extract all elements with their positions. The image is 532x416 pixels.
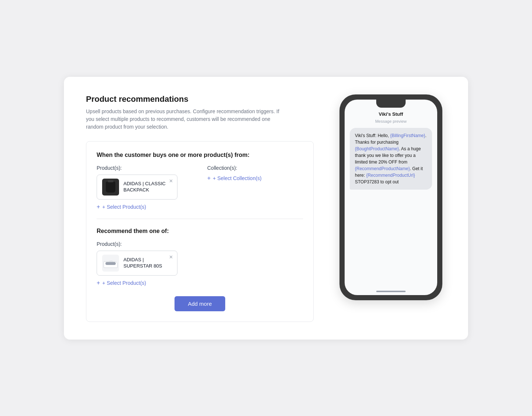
left-panel: Product recommendations Upsell products … [86, 94, 314, 322]
recommend-product-name: ADIDAS | SUPERSTAR 80S [123, 257, 172, 269]
svg-rect-2 [109, 187, 112, 188]
svg-rect-1 [109, 183, 112, 185]
home-bar [376, 291, 406, 292]
plus-icon-3: + [97, 280, 100, 286]
backpack-thumbnail [102, 179, 119, 196]
sneaker-icon [103, 258, 118, 268]
trigger-columns: Product(s): ADIDAS | CLASSIC BACKPACK ✕ [97, 165, 303, 210]
page-title: Product recommendations [86, 94, 314, 104]
config-card: When the customer buys one or more produ… [86, 141, 314, 322]
collections-column: Collection(s): + + Select Collection(s) [207, 165, 303, 210]
trigger-section-title: When the customer buys one or more produ… [97, 152, 303, 158]
msg-part-0: Viki's Stuff: Hello, [355, 133, 390, 138]
select-collection-label: + Select Collection(s) [213, 175, 262, 181]
collections-label: Collection(s): [207, 165, 303, 171]
msg-part-4: STOP37283 to opt out [355, 179, 399, 184]
sneaker-thumbnail [102, 255, 119, 272]
svg-point-3 [104, 263, 117, 267]
products-label: Product(s): [97, 165, 193, 171]
trigger-product-card: ADIDAS | CLASSIC BACKPACK ✕ [97, 175, 177, 200]
recommend-section-title: Recommend them one of: [97, 228, 303, 234]
msg-recommend-product-name: {RecommendProductName} [355, 166, 410, 171]
remove-trigger-product-button[interactable]: ✕ [168, 178, 174, 184]
phone-store-name: Viki's Stuff [345, 108, 437, 119]
plus-icon-2: + [207, 175, 211, 181]
phone-home-indicator [345, 288, 437, 295]
msg-billing-name: {BillingFirstName} [390, 133, 425, 138]
select-trigger-product-button[interactable]: + + Select Product(s) [97, 204, 146, 210]
backpack-icon [104, 180, 117, 194]
select-trigger-product-label: + Select Product(s) [102, 204, 146, 210]
recommend-products-label: Product(s): [97, 241, 303, 247]
add-more-row: Add more [97, 296, 303, 311]
phone-messages: Viki's Stuff: Hello, {BillingFirstName}.… [345, 128, 437, 288]
select-recommend-product-button[interactable]: + + Select Product(s) [97, 280, 146, 286]
add-more-button[interactable]: Add more [175, 296, 225, 311]
section-divider [97, 219, 303, 219]
remove-recommend-product-button[interactable]: ✕ [168, 254, 174, 261]
phone-notch [376, 100, 406, 108]
message-bubble: Viki's Stuff: Hello, {BillingFirstName}.… [350, 128, 432, 190]
trigger-product-name: ADIDAS | CLASSIC BACKPACK [123, 181, 172, 193]
phone-mockup: Viki's Stuff Message preview Viki's Stuf… [339, 94, 442, 300]
phone-preview-label: Message preview [345, 119, 437, 123]
page-description: Upsell products based on previous purcha… [86, 108, 284, 131]
msg-recommend-product-url: {RecommendProductUrl} [366, 173, 415, 178]
products-column: Product(s): ADIDAS | CLASSIC BACKPACK ✕ [97, 165, 193, 210]
phone-inner: Viki's Stuff Message preview Viki's Stuf… [345, 100, 437, 295]
msg-bought-product: {BoughtProductName} [355, 146, 399, 151]
recommend-product-card: ADIDAS | SUPERSTAR 80S ✕ [97, 251, 177, 276]
plus-icon: + [97, 204, 100, 210]
select-recommend-product-label: + Select Product(s) [102, 280, 146, 286]
recommend-section: Recommend them one of: Product(s): ADIDA… [97, 228, 303, 286]
right-panel: Viki's Stuff Message preview Viki's Stuf… [336, 94, 446, 300]
svg-rect-0 [107, 184, 114, 192]
main-card: Product recommendations Upsell products … [64, 77, 468, 340]
select-collection-button[interactable]: + + Select Collection(s) [207, 175, 262, 181]
